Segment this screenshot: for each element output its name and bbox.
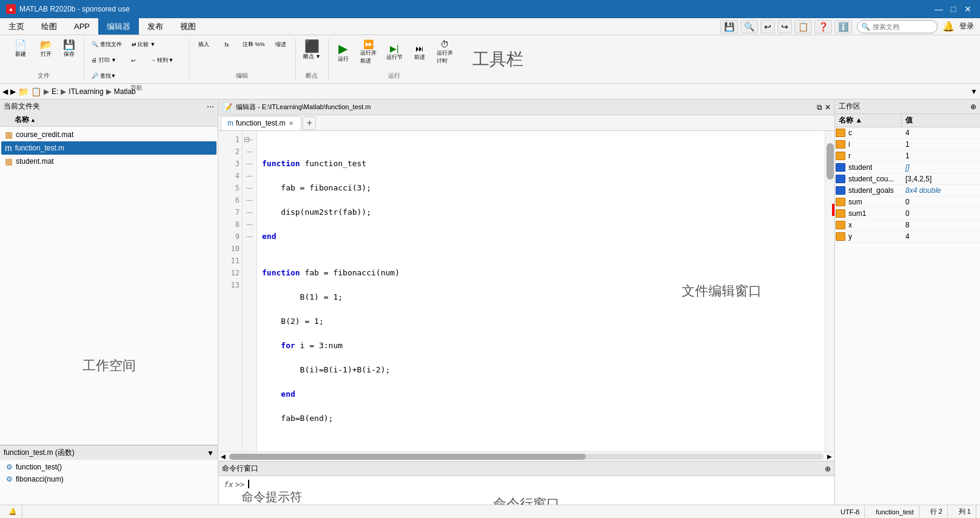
- find-button[interactable]: 🔎 查找▼: [88, 69, 119, 82]
- file-item-function-test[interactable]: m function_test.m: [1, 141, 216, 155]
- ws-var-i[interactable]: i 1: [835, 139, 980, 150]
- ws-val-c: 4: [903, 127, 980, 138]
- editor-area: 📝 编辑器 - E:\ITLearning\Matlab\function_te…: [218, 99, 834, 462]
- back-button[interactable]: ↩: [122, 55, 144, 66]
- print-button[interactable]: 🖨 打印 ▼: [88, 53, 120, 67]
- toolbar-group-nav: 🔍 查找文件 ⇄ 比较 ▼ 🖨 打印 ▼ ↩ → 转到▼ 🔎 查找▼ 导航: [84, 38, 189, 80]
- addr-folder1[interactable]: ITLearning: [69, 87, 103, 96]
- menu-view[interactable]: 视图: [172, 18, 204, 35]
- main-content: 当前文件夹 ⋯ 名称 ▲ ▦ course_credit.mat m funct…: [0, 99, 980, 518]
- login-button[interactable]: 登录: [959, 21, 974, 32]
- toolbar-icon-3[interactable]: ↩: [760, 20, 775, 33]
- toolbar-group-breakpoint: ⬛ 断点 ▼ 断点: [296, 38, 329, 80]
- func-item-fibonacci[interactable]: ⚙ fibonacci(num): [1, 473, 216, 485]
- find-file-button[interactable]: 🔍 查找文件: [88, 38, 126, 51]
- run-timed-button[interactable]: ⏱ 运行并计时: [433, 38, 457, 67]
- file-item-course-credit[interactable]: ▦ course_credit.mat: [1, 128, 216, 141]
- addr-sep2: ▶: [106, 87, 112, 96]
- hscroll-left-button[interactable]: ◀: [218, 453, 228, 460]
- fx-button[interactable]: fx: [216, 39, 238, 50]
- comment-button[interactable]: 注释 %%: [239, 38, 269, 51]
- ws-var-student-cou[interactable]: student_cou... [3,4,2,5]: [835, 173, 980, 185]
- workspace-expand-button[interactable]: ⊕: [970, 103, 976, 111]
- editor-tab-function-test[interactable]: m function_test.m ✕: [221, 116, 301, 130]
- code-line-10: for i = 3:num: [262, 340, 820, 352]
- ws-var-y[interactable]: y 4: [835, 231, 980, 243]
- toolbar-group-bp-label: 断点: [306, 70, 318, 80]
- breakpoint-icon: ⬛: [304, 40, 320, 52]
- menu-home[interactable]: 主页: [0, 18, 33, 35]
- hscroll-thumb[interactable]: [229, 454, 586, 460]
- toolbar-icon-6[interactable]: ❓: [814, 20, 832, 33]
- compare-button[interactable]: ⇄ 比较 ▼: [128, 38, 159, 51]
- addr-folder2[interactable]: Matlab: [114, 87, 136, 96]
- file-item-student[interactable]: ▦ student.mat: [1, 155, 216, 168]
- open-button[interactable]: 📂 打开: [35, 38, 57, 61]
- tab-close-button[interactable]: ✕: [287, 120, 295, 127]
- run-button[interactable]: ▶ 运行: [332, 40, 354, 66]
- ws-name-sum1: sum1: [846, 208, 903, 219]
- menu-editor[interactable]: 编辑器: [98, 18, 139, 35]
- hscroll-right-button[interactable]: ▶: [825, 453, 834, 460]
- toolbar-icon-5[interactable]: 📋: [794, 20, 812, 33]
- toolbar-group-run: ▶ 运行 ⏩ 运行并前进 ▶| 运行节 ⏭ 前进 ⏱ 运行并计时 运行: [329, 38, 460, 80]
- editor-undock-button[interactable]: ⧉: [817, 103, 822, 112]
- toolbar-icon-1[interactable]: 💾: [720, 20, 738, 33]
- func-panel-expand[interactable]: ▼: [207, 449, 214, 457]
- editor-scroll-thumb[interactable]: [827, 143, 834, 180]
- ws-var-sum[interactable]: sum 0: [835, 197, 980, 208]
- func-item-function-test[interactable]: ⚙ function_test(): [1, 461, 216, 473]
- editor-tab-icon: m: [227, 119, 233, 127]
- save-button[interactable]: 💾 保存: [58, 38, 80, 61]
- search-box[interactable]: 🔍: [857, 20, 938, 33]
- minimize-button[interactable]: —: [933, 3, 945, 15]
- ws-icon-student-goals: [836, 186, 845, 195]
- back-nav-button[interactable]: ◀: [2, 87, 8, 96]
- func-name-fibonacci: fibonacci(num): [16, 475, 64, 483]
- ws-var-student-goals[interactable]: student_goals 8x4 double: [835, 185, 980, 197]
- ws-val-x: 8: [903, 220, 980, 230]
- ws-var-student[interactable]: student []: [835, 162, 980, 173]
- file-panel-expand[interactable]: ⋯: [207, 103, 214, 111]
- run-advance-button[interactable]: ⏩ 运行并前进: [357, 38, 380, 67]
- ws-col-val-header: 值: [902, 114, 980, 127]
- toolbar: 📄 新建 📂 打开 💾 保存 文件 🔍 查找文件 ⇄ 比较 ▼ 🖨 打印: [0, 35, 980, 84]
- toolbar-icon-7[interactable]: ℹ️: [834, 20, 852, 33]
- marker-5: —: [243, 158, 257, 170]
- menu-publish[interactable]: 发布: [139, 18, 172, 35]
- breakpoint-button[interactable]: ⬛ 断点 ▼: [300, 38, 324, 63]
- menu-app[interactable]: APP: [65, 18, 98, 35]
- code-editor[interactable]: function function_test fab = fibonacci(3…: [257, 131, 825, 451]
- editor-close-button[interactable]: ✕: [825, 103, 831, 112]
- cmd-expand-button[interactable]: ⊕: [825, 465, 831, 473]
- toolbar-icon-2[interactable]: 🔍: [740, 20, 758, 33]
- maximize-button[interactable]: □: [947, 3, 959, 15]
- toolbar-annotation: 工具栏: [472, 48, 523, 71]
- step-button[interactable]: ⏭ 前进: [409, 42, 431, 64]
- notification-icon[interactable]: 🔔: [942, 21, 955, 32]
- tab-add-button[interactable]: +: [303, 116, 316, 130]
- ws-name-r: r: [846, 150, 903, 161]
- run-section-button[interactable]: ▶| 运行节: [383, 42, 406, 64]
- ws-var-c[interactable]: c 4: [835, 127, 980, 139]
- addr-expand-button[interactable]: ▼: [970, 87, 978, 96]
- marker-10: —: [243, 194, 257, 206]
- editor-scrollbar[interactable]: [825, 131, 834, 451]
- ws-var-sum1[interactable]: sum1 0: [835, 208, 980, 220]
- ws-var-r[interactable]: r 1: [835, 150, 980, 162]
- editor-hscrollbar: ◀ ▶: [218, 451, 834, 461]
- right-panel: 工作区 ⊕ 名称 ▲ 值 c 4 i 1: [834, 99, 980, 518]
- hscroll-track[interactable]: [229, 454, 824, 460]
- addr-drive[interactable]: E:: [52, 87, 58, 96]
- ws-var-x[interactable]: x 8: [835, 220, 980, 231]
- forward-nav-button[interactable]: ▶: [10, 87, 16, 96]
- menu-plot[interactable]: 绘图: [33, 18, 65, 35]
- search-input[interactable]: [873, 23, 933, 30]
- insert-button[interactable]: 插入: [193, 38, 215, 51]
- toolbar-icon-4[interactable]: ↪: [777, 20, 792, 33]
- close-button[interactable]: ✕: [962, 3, 974, 15]
- indent-button[interactable]: 缩进: [270, 38, 292, 51]
- cmd-cursor[interactable]: [248, 480, 249, 488]
- goto-button[interactable]: → 转到▼: [147, 53, 177, 67]
- new-button[interactable]: 📄 新建: [7, 38, 34, 61]
